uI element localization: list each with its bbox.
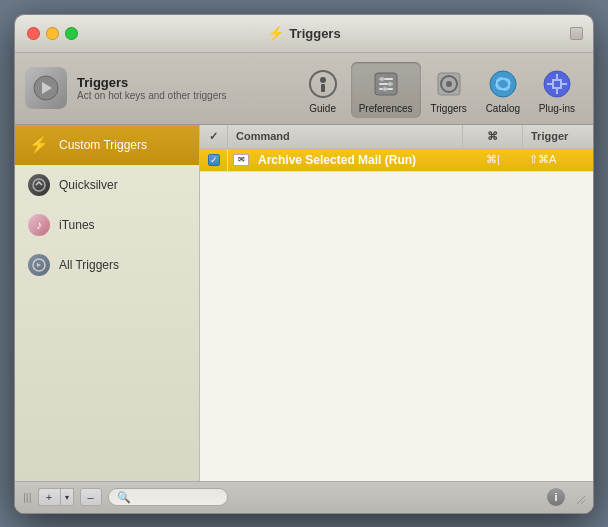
triggers-label: Triggers <box>431 103 467 114</box>
header-check-col: ✓ <box>200 125 228 148</box>
quicksilver-icon <box>27 173 51 197</box>
content-panel: ✓ Command ⌘ Trigger ✓ ✉ <box>200 125 593 481</box>
sidebar: ⚡ Custom Triggers Quicksilver <box>15 125 200 481</box>
resize-button[interactable] <box>570 27 583 40</box>
row-name: Archive Selected Mail (Run) <box>254 150 463 170</box>
header-command-col[interactable]: Command <box>228 125 463 148</box>
app-info: Triggers Act on hot keys and other trigg… <box>25 53 247 124</box>
main-window: ⚡ Triggers Triggers Act on hot keys and … <box>14 14 594 514</box>
svg-point-8 <box>380 77 384 81</box>
info-icon: i <box>554 491 557 503</box>
remove-button[interactable]: – <box>80 488 102 506</box>
catalog-label: Catalog <box>486 103 520 114</box>
header-check-symbol: ✓ <box>209 130 218 143</box>
app-subtitle: Act on hot keys and other triggers <box>77 90 227 101</box>
header-trigger-label: Trigger <box>531 130 568 142</box>
checkbox[interactable]: ✓ <box>208 154 220 166</box>
search-icon: 🔍 <box>117 491 131 504</box>
window-title: ⚡ Triggers <box>267 25 340 41</box>
catalog-button[interactable]: Catalog <box>477 62 529 118</box>
remove-icon: – <box>88 491 94 503</box>
svg-point-10 <box>383 87 387 91</box>
titlebar: ⚡ Triggers <box>15 15 593 53</box>
svg-point-9 <box>388 82 392 86</box>
itunes-icon: ♪ <box>27 213 51 237</box>
all-triggers-icon <box>27 253 51 277</box>
row-check[interactable]: ✓ <box>200 149 228 171</box>
custom-triggers-icon: ⚡ <box>27 133 51 157</box>
sidebar-label-custom-triggers: Custom Triggers <box>59 138 147 152</box>
catalog-icon <box>487 68 519 100</box>
preferences-icon <box>370 68 402 100</box>
window-title-text: Triggers <box>289 26 340 41</box>
sidebar-label-all-triggers: All Triggers <box>59 258 119 272</box>
row-trigger-text: ⇧⌘A <box>529 153 556 165</box>
sidebar-label-quicksilver: Quicksilver <box>59 178 118 192</box>
preferences-label: Preferences <box>359 103 413 114</box>
add-button[interactable]: + <box>38 488 60 506</box>
sidebar-item-custom-triggers[interactable]: ⚡ Custom Triggers <box>15 125 199 165</box>
sidebar-item-all-triggers[interactable]: All Triggers <box>15 245 199 285</box>
toolbar: Triggers Act on hot keys and other trigg… <box>15 53 593 125</box>
toolbar-buttons: Guide Preferences <box>247 53 583 124</box>
info-button[interactable]: i <box>547 488 565 506</box>
header-trigger-col[interactable]: Trigger <box>523 125 593 148</box>
app-icon <box>25 67 67 109</box>
svg-point-22 <box>33 179 45 191</box>
guide-button[interactable]: Guide <box>297 62 349 118</box>
main-content: ⚡ Custom Triggers Quicksilver <box>15 125 593 481</box>
header-shortcut-col[interactable]: ⌘ <box>463 125 523 148</box>
header-command-label: Command <box>236 130 290 142</box>
empty-table-area <box>200 172 593 481</box>
svg-point-2 <box>320 77 326 83</box>
table-row[interactable]: ✓ ✉ Archive Selected Mail (Run) ⌘| ⇧⌘A <box>200 149 593 172</box>
close-button[interactable] <box>27 27 40 40</box>
mail-icon: ✉ <box>233 154 249 166</box>
app-info-text: Triggers Act on hot keys and other trigg… <box>77 75 227 101</box>
sidebar-item-itunes[interactable]: ♪ iTunes <box>15 205 199 245</box>
preferences-button[interactable]: Preferences <box>351 62 421 118</box>
dropdown-button[interactable]: ▾ <box>60 488 74 506</box>
svg-line-25 <box>581 500 585 504</box>
minimize-button[interactable] <box>46 27 59 40</box>
triggers-button[interactable]: Triggers <box>423 62 475 118</box>
row-trigger: ⇧⌘A <box>523 150 593 169</box>
header-shortcut-label: ⌘ <box>487 130 498 142</box>
svg-point-13 <box>446 81 452 87</box>
app-name: Triggers <box>77 75 227 90</box>
add-remove-group: + ▾ <box>38 488 74 506</box>
add-icon: + <box>46 491 52 503</box>
title-icon: ⚡ <box>267 25 284 41</box>
plugins-button[interactable]: Plug-ins <box>531 62 583 118</box>
guide-label: Guide <box>309 103 336 114</box>
row-shortcut: ⌘| <box>463 150 523 169</box>
triggers-icon <box>433 68 465 100</box>
maximize-button[interactable] <box>65 27 78 40</box>
row-shortcut-text: ⌘| <box>486 153 500 165</box>
row-icon: ✉ <box>232 154 250 166</box>
svg-point-14 <box>490 71 516 97</box>
table-header: ✓ Command ⌘ Trigger <box>200 125 593 149</box>
svg-rect-3 <box>321 84 325 92</box>
sidebar-item-quicksilver[interactable]: Quicksilver <box>15 165 199 205</box>
svg-line-24 <box>577 496 585 504</box>
plugins-icon <box>541 68 573 100</box>
plugins-label: Plug-ins <box>539 103 575 114</box>
divider-lines: ||| <box>23 491 32 503</box>
resize-handle[interactable] <box>571 490 585 504</box>
guide-icon <box>307 68 339 100</box>
traffic-lights <box>27 27 78 40</box>
search-field[interactable]: 🔍 <box>108 488 228 506</box>
chevron-down-icon: ▾ <box>65 493 69 502</box>
sidebar-label-itunes: iTunes <box>59 218 95 232</box>
bottom-bar: ||| + ▾ – 🔍 i <box>15 481 593 513</box>
